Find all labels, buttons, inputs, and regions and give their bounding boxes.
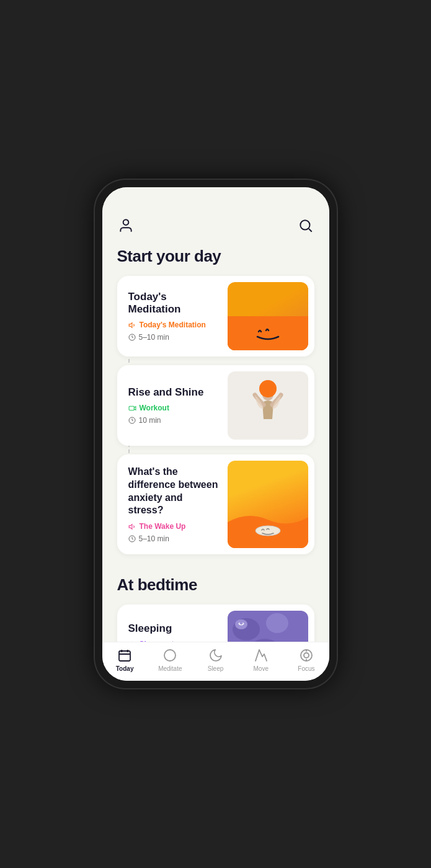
sleeping-decoration xyxy=(228,611,308,642)
nav-label-move: Move xyxy=(253,665,268,672)
card-wakeup[interactable]: What's the difference between anxiety an… xyxy=(117,454,314,554)
meditate-icon-svg xyxy=(162,648,177,663)
meditate-icon xyxy=(162,647,178,663)
svg-rect-24 xyxy=(121,650,123,652)
nav-label-focus: Focus xyxy=(298,665,314,672)
volume-icon xyxy=(128,321,136,329)
svg-point-1 xyxy=(300,220,309,229)
phone-screen: Start your day Today'sMeditation xyxy=(102,187,329,681)
svg-point-0 xyxy=(123,219,128,225)
card-wakeup-tag-label: The Wake Up xyxy=(140,522,186,531)
clock-icon-3 xyxy=(128,535,136,542)
card-meditation-image xyxy=(228,282,308,350)
section-title-bedtime: At bedtime xyxy=(102,570,329,604)
clock-icon-1 xyxy=(128,334,136,341)
bottom-nav: Today Meditate Sleep xyxy=(102,642,329,681)
phone-shell: Start your day Today'sMeditation xyxy=(95,180,337,688)
card-sleeping-tag: Sleepcast xyxy=(128,640,219,642)
card-sleeping-title: Sleeping xyxy=(128,622,219,635)
clock-icon-2 xyxy=(128,417,136,424)
card-sleeping-tag-label: Sleepcast xyxy=(140,640,174,642)
nav-label-sleep: Sleep xyxy=(208,665,224,672)
nav-item-focus[interactable]: Focus xyxy=(283,647,329,672)
volume-icon-2 xyxy=(128,523,136,531)
move-icon-svg xyxy=(254,648,269,663)
svg-point-26 xyxy=(164,650,176,661)
card-rise-shine[interactable]: Rise and Shine Workout xyxy=(117,365,314,446)
card-wakeup-image xyxy=(228,461,308,548)
today-icon-svg xyxy=(117,648,132,663)
card-wakeup-duration: 5–10 min xyxy=(128,534,219,543)
svg-line-2 xyxy=(309,229,312,232)
card-rise-shine-tag-label: Workout xyxy=(140,404,169,412)
section-title-morning: Start your day xyxy=(102,242,329,276)
main-scroll[interactable]: Start your day Today'sMeditation xyxy=(102,242,329,642)
card-rise-shine-content: Rise and Shine Workout xyxy=(117,365,228,446)
card-meditation[interactable]: Today'sMeditation Today's Meditation xyxy=(117,276,314,356)
svg-point-20 xyxy=(242,622,244,624)
svg-rect-25 xyxy=(127,650,129,652)
nav-item-move[interactable]: Move xyxy=(238,647,283,672)
svg-marker-8 xyxy=(129,524,132,529)
card-meditation-content: Today'sMeditation Today's Meditation xyxy=(117,276,228,356)
focus-icon-svg xyxy=(299,648,314,663)
video-icon xyxy=(128,404,136,412)
search-button[interactable] xyxy=(297,217,314,234)
focus-icon xyxy=(298,647,314,663)
card-sleeping[interactable]: Sleeping Sleepcast xyxy=(117,604,314,642)
svg-point-28 xyxy=(304,653,309,658)
card-rise-shine-duration: 10 min xyxy=(128,416,219,425)
card-meditation-tag: Today's Meditation xyxy=(128,321,219,329)
morning-cards: Today'sMeditation Today's Meditation xyxy=(102,276,329,554)
bedtime-cards: Sleeping Sleepcast xyxy=(102,604,329,642)
app-header xyxy=(102,215,329,242)
nav-label-meditate: Meditate xyxy=(158,665,182,672)
card-sleeping-content: Sleeping Sleepcast xyxy=(117,604,228,642)
svg-marker-3 xyxy=(129,323,132,328)
card-meditation-title: Today'sMeditation xyxy=(128,291,219,316)
svg-point-18 xyxy=(235,619,247,629)
nav-item-today[interactable]: Today xyxy=(102,647,148,672)
nav-item-sleep[interactable]: Sleep xyxy=(193,647,238,672)
move-icon xyxy=(253,647,269,663)
card-wakeup-content: What's the difference between anxiety an… xyxy=(117,454,228,554)
card-sleeping-image xyxy=(228,611,308,642)
nav-label-today: Today xyxy=(116,665,134,672)
svg-point-15 xyxy=(249,639,280,642)
card-rise-shine-tag: Workout xyxy=(128,404,219,412)
card-rise-shine-image xyxy=(228,371,308,440)
nav-item-meditate[interactable]: Meditate xyxy=(148,647,193,672)
sleep-icon-svg xyxy=(208,648,223,663)
card-wakeup-tag: The Wake Up xyxy=(128,522,219,531)
card-rise-shine-title: Rise and Shine xyxy=(128,386,219,399)
profile-button[interactable] xyxy=(117,217,135,234)
today-icon xyxy=(117,647,133,663)
status-bar xyxy=(102,187,329,215)
svg-point-14 xyxy=(266,613,288,633)
svg-rect-22 xyxy=(119,651,130,661)
svg-point-19 xyxy=(239,622,240,624)
volume-icon-3 xyxy=(128,640,136,642)
svg-rect-5 xyxy=(129,406,134,410)
card-wakeup-title: What's the difference between anxiety an… xyxy=(128,466,219,517)
card-meditation-duration: 5–10 min xyxy=(128,333,219,342)
sleep-icon xyxy=(208,647,224,663)
card-meditation-tag-label: Today's Meditation xyxy=(140,321,206,329)
